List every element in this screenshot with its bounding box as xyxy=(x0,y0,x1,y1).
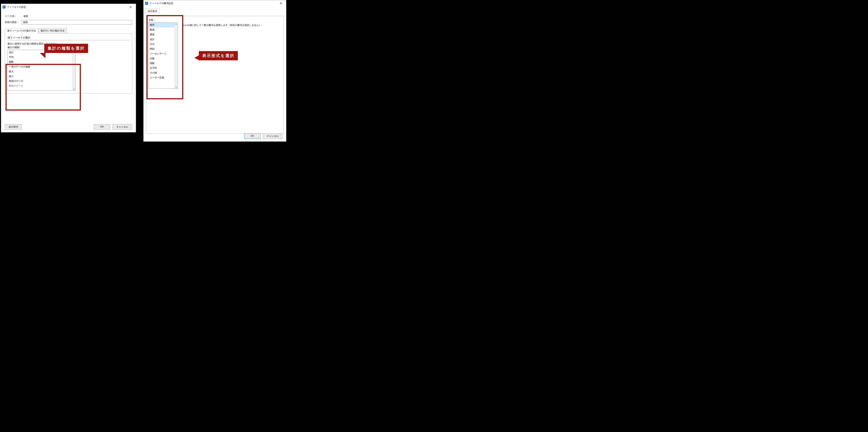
field-settings-dialog: フィールドの設定 ソース名： 金額 名前の指定： 値フィールドのの集計方法 集計… xyxy=(1,4,136,133)
tab-strip: 値フィールドのの集計方法 集計行／列の集計方法 xyxy=(5,28,132,33)
list-item[interactable]: 会計 xyxy=(149,37,175,42)
list-item[interactable]: 最小 xyxy=(8,74,72,79)
list-item[interactable]: 日付 xyxy=(149,42,175,47)
format-panel: 分類： 標準 数値 通貨 会計 日付 時刻 パーセンテージ 分数 指数 文字列 … xyxy=(146,16,284,134)
tab-subtotal-method[interactable]: 集計行／列の集計方法 xyxy=(38,28,67,33)
name-input[interactable] xyxy=(22,20,132,25)
list-item[interactable]: 指数 xyxy=(149,61,175,66)
list-item[interactable]: その他 xyxy=(149,70,175,75)
scroll-down-icon[interactable]: ▼ xyxy=(73,88,74,90)
list-item[interactable]: 最初のデータ xyxy=(8,79,72,84)
list-item[interactable]: 文字列 xyxy=(149,66,175,70)
close-icon xyxy=(130,6,132,8)
scrollbar[interactable]: ▲ ▼ xyxy=(175,23,178,88)
tab-panel: 値フィールドの集計 集計に使用する計算の種類を選択してください。 集計の種類 合… xyxy=(5,33,132,93)
list-item[interactable]: ユーザー定義 xyxy=(149,75,175,80)
dialog-title: フィールドの書式設定 xyxy=(149,2,173,5)
close-icon xyxy=(280,2,282,4)
category-listbox[interactable]: 標準 数値 通貨 会計 日付 時刻 パーセンテージ 分数 指数 文字列 その他 … xyxy=(149,23,178,89)
scrollbar[interactable]: ▲ ▼ xyxy=(72,50,75,90)
cancel-button[interactable]: キャンセル xyxy=(263,133,282,139)
list-item[interactable]: 数値 xyxy=(149,27,175,32)
list-item[interactable]: 一意のデータの個数 xyxy=(8,64,72,69)
titlebar: フィールドの書式設定 xyxy=(144,0,286,6)
list-item[interactable]: 最後のデータ xyxy=(8,84,72,88)
list-item[interactable]: 個数 xyxy=(8,60,72,64)
source-name-label: ソース名： xyxy=(5,15,17,18)
titlebar: フィールドの設定 xyxy=(1,4,136,10)
tab-display-format[interactable]: 表示形式 xyxy=(145,8,160,14)
close-button[interactable] xyxy=(127,4,134,10)
app-icon xyxy=(145,2,148,5)
format-description: セルの値に対して一般の書式を適用します（特定の書式を指定しません）。 xyxy=(182,24,281,27)
app-icon xyxy=(3,5,5,8)
scroll-up-icon[interactable]: ▲ xyxy=(175,23,177,25)
tab-summarize-method[interactable]: 値フィールドのの集計方法 xyxy=(5,28,38,33)
field-format-dialog: フィールドの書式設定 表示形式 分類： 標準 数値 通貨 会計 日付 時刻 パー… xyxy=(143,0,286,142)
cancel-button[interactable]: キャンセル xyxy=(113,124,132,129)
list-item[interactable]: 通貨 xyxy=(149,32,175,37)
close-button[interactable] xyxy=(277,1,285,6)
ok-button[interactable]: OK xyxy=(244,133,260,139)
annotation-callout-left: 集計の種類を選択 xyxy=(44,44,88,53)
category-label: 分類： xyxy=(149,19,281,22)
format-button[interactable]: 表示形式 xyxy=(5,124,22,129)
name-label: 名前の指定： xyxy=(5,21,19,24)
section-title: 値フィールドの集計 xyxy=(7,36,31,39)
list-item[interactable]: 標準 xyxy=(149,23,175,27)
ok-button[interactable]: OK xyxy=(94,124,110,129)
dialog-title: フィールドの設定 xyxy=(7,5,26,9)
annotation-callout-right: 表示形式を選択 xyxy=(199,51,238,60)
list-item[interactable]: 最大 xyxy=(8,69,72,74)
source-name-value: 金額 xyxy=(23,15,28,18)
list-item[interactable]: 分数 xyxy=(149,56,175,61)
list-item[interactable]: パーセンテージ xyxy=(149,51,175,56)
scroll-down-icon[interactable]: ▼ xyxy=(175,86,177,88)
list-item[interactable]: 時刻 xyxy=(149,47,175,51)
